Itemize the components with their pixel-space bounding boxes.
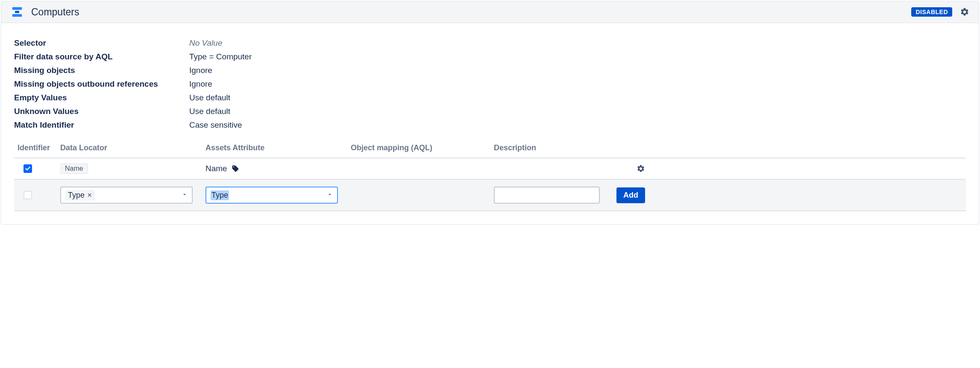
gear-icon <box>637 164 645 173</box>
prop-label: Missing objects <box>14 66 189 75</box>
mapping-table: Identifier Data Locator Assets Attribute… <box>14 143 966 211</box>
prop-value: Case sensitive <box>189 120 966 130</box>
selected-token: Type ✕ <box>65 190 95 201</box>
description-cell <box>494 187 618 204</box>
identifier-cell <box>18 164 60 173</box>
prop-value: Use default <box>189 93 966 102</box>
col-actions <box>618 143 652 152</box>
data-locator-select[interactable]: Type ✕ <box>60 187 193 204</box>
prop-label: Empty Values <box>14 93 189 102</box>
assets-attribute-value: Name <box>205 164 227 173</box>
identifier-cell <box>18 191 60 199</box>
prop-value: Ignore <box>189 66 966 75</box>
panel-body: Selector No Value Filter data source by … <box>1 23 979 224</box>
data-locator-cell: Type ✕ <box>60 187 205 204</box>
panel-header: Computers DISABLED <box>1 1 979 23</box>
col-identifier: Identifier <box>18 143 60 152</box>
token-label: Type <box>68 191 85 200</box>
prop-label: Filter data source by AQL <box>14 52 189 61</box>
status-badge: DISABLED <box>911 7 952 17</box>
table-row: Name Name <box>14 158 966 180</box>
prop-label: Selector <box>14 38 189 48</box>
identifier-checkbox[interactable] <box>23 191 32 199</box>
identifier-checkbox[interactable] <box>23 164 32 173</box>
remove-token-icon[interactable]: ✕ <box>87 192 92 199</box>
add-button[interactable]: Add <box>616 187 645 203</box>
config-panel: Computers DISABLED Selector No Value Fil… <box>1 1 979 225</box>
gear-icon <box>960 7 969 17</box>
description-input[interactable] <box>494 187 600 204</box>
tag-icon <box>232 165 239 172</box>
properties-list: Selector No Value Filter data source by … <box>14 38 966 130</box>
assets-attribute-cell: Name <box>205 164 351 173</box>
svg-rect-0 <box>12 7 22 10</box>
data-locator-cell: Name <box>60 164 205 174</box>
svg-rect-1 <box>12 14 22 17</box>
col-data-locator: Data Locator <box>60 143 205 152</box>
assets-attribute-select[interactable]: Type <box>205 187 338 204</box>
prop-value: Use default <box>189 107 966 116</box>
col-object-mapping: Object mapping (AQL) <box>351 143 494 152</box>
col-description: Description <box>494 143 618 152</box>
chevron-down-icon <box>182 191 188 200</box>
prop-label: Match Identifier <box>14 120 189 130</box>
data-locator-chip: Name <box>60 164 88 174</box>
table-edit-row: Type ✕ Type <box>14 180 966 211</box>
settings-button[interactable] <box>960 7 969 17</box>
row-actions-cell <box>618 164 652 173</box>
assets-attribute-cell: Type <box>205 187 351 204</box>
row-settings-button[interactable] <box>637 164 645 173</box>
prop-label: Missing objects outbound references <box>14 79 189 89</box>
chevron-down-icon <box>327 191 333 200</box>
svg-rect-2 <box>15 11 19 13</box>
table-header-row: Identifier Data Locator Assets Attribute… <box>14 143 966 158</box>
prop-value: No Value <box>189 38 966 48</box>
app-logo-icon <box>11 6 23 18</box>
row-actions-cell: Add <box>618 187 652 203</box>
panel-title: Computers <box>31 6 911 18</box>
prop-value: Ignore <box>189 79 966 89</box>
prop-label: Unknown Values <box>14 107 189 116</box>
selected-value: Type <box>211 190 229 200</box>
col-assets-attribute: Assets Attribute <box>205 143 351 152</box>
prop-value: Type = Computer <box>189 52 966 61</box>
